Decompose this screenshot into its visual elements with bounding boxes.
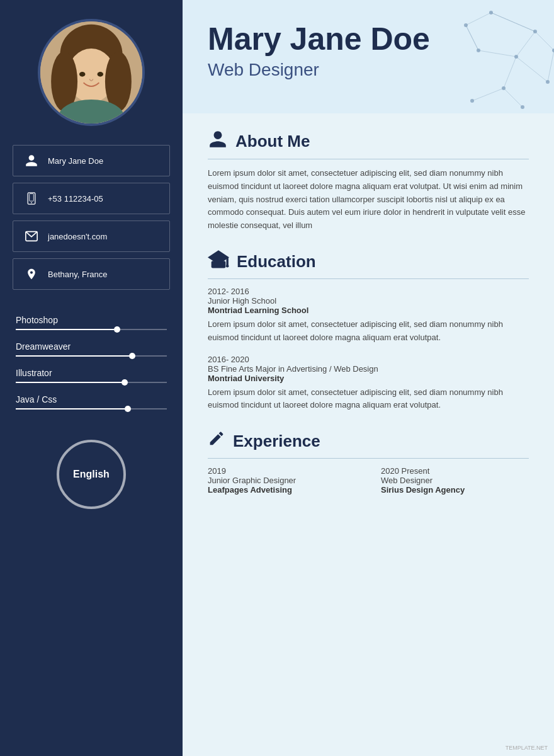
skill-photoshop: Photoshop [16,315,167,330]
about-icon [208,129,228,154]
svg-rect-36 [212,261,226,268]
content-body: About Me Lorem ipsum dolor sit amet, con… [183,113,554,756]
language-section: English [57,440,126,509]
edu2-years: 2016- 2020 [208,355,529,364]
phone-icon [23,190,40,207]
edu1-desc: Lorem ipsum dolor sit amet, consectetuer… [208,318,529,345]
experience-items: 2019 Junior Graphic Designer Leafpages A… [208,466,529,495]
edu1-degree: Junior High School [208,296,529,306]
about-title: About Me [235,132,310,151]
candidate-name: Mary Jane Doe [208,22,529,57]
experience-item-1: 2019 Junior Graphic Designer Leafpages A… [208,466,356,495]
avatar-image [40,21,142,123]
edu1-school: Montriad Learning School [208,306,529,315]
svg-line-29 [472,88,504,101]
skill-illustrator-label: Illustrator [16,368,167,378]
svg-rect-9 [30,194,34,202]
person-icon [23,152,40,169]
skill-dreamweaver-bar [16,355,167,357]
email-icon [23,227,40,245]
contact-phone-text: +53 112234-05 [48,194,103,203]
svg-point-38 [226,265,229,268]
exp2-company: Sirius Design Agency [381,485,529,495]
education-title: Education [237,252,316,272]
skill-dreamweaver-fill [16,355,129,357]
contact-location: Bethany, France [13,258,170,290]
skill-photoshop-fill [16,329,114,330]
sidebar: Mary Jane Doe +53 112234-05 janedoesn't.… [0,0,183,756]
skill-illustrator-fill [16,382,122,383]
skills-section: Photoshop Dreamweaver Illustrator Java /… [0,315,183,421]
location-icon [23,265,40,283]
language-circle: English [57,440,126,509]
education-item-1: 2012- 2016 Junior High School Montriad L… [208,287,529,345]
exp1-year: 2019 [208,466,356,476]
experience-header: Experience [208,430,529,459]
education-icon [208,250,229,273]
skill-dreamweaver-label: Dreamweaver [16,341,167,352]
exp2-role: Web Designer [381,476,529,485]
edu2-school: Montriad University [208,374,529,383]
skill-photoshop-label: Photoshop [16,315,167,325]
svg-line-31 [535,32,554,50]
network-decoration [365,0,554,113]
skill-illustrator-dot [122,379,128,386]
about-section: About Me Lorem ipsum dolor sit amet, con… [208,129,529,232]
avatar [38,19,145,126]
svg-line-32 [548,50,554,82]
candidate-title: Web Designer [208,60,529,80]
header: Mary Jane Doe Web Designer [183,0,554,113]
skill-java-css-dot [125,406,131,412]
education-section: Education 2012- 2016 Junior High School … [208,250,529,412]
contact-section: Mary Jane Doe +53 112234-05 janedoesn't.… [0,145,183,296]
main-content: Mary Jane Doe Web Designer [183,0,554,756]
watermark: TEMPLATE.NET [506,745,548,751]
edu1-years: 2012- 2016 [208,287,529,296]
contact-email-text: janedoesn't.com [48,232,107,241]
experience-title: Experience [233,432,320,451]
skill-photoshop-bar [16,329,167,330]
skill-java-css-label: Java / Css [16,394,167,404]
skill-dreamweaver: Dreamweaver [16,341,167,357]
contact-email: janedoesn't.com [13,220,170,252]
skill-java-css-bar [16,408,167,410]
skill-java-css: Java / Css [16,394,167,410]
contact-phone: +53 112234-05 [13,183,170,214]
experience-item-2: 2020 Present Web Designer Sirius Design … [381,466,529,495]
svg-point-7 [98,72,104,77]
about-body: Lorem ipsum dolor sit amet, consectetuer… [208,167,529,232]
skill-dreamweaver-dot [129,353,135,359]
skill-java-css-fill [16,408,125,410]
contact-name-text: Mary Jane Doe [48,156,103,166]
exp1-company: Leafpages Advetising [208,485,356,495]
about-header: About Me [208,129,529,159]
education-header: Education [208,250,529,279]
edu2-desc: Lorem ipsum dolor sit amet, consectetuer… [208,386,529,413]
exp2-year: 2020 Present [381,466,529,476]
svg-line-30 [504,88,523,107]
svg-point-6 [79,72,86,77]
contact-name: Mary Jane Doe [13,145,170,176]
skill-illustrator: Illustrator [16,368,167,383]
contact-location-text: Bethany, France [48,270,107,279]
experience-icon [208,430,225,453]
edu2-degree: BS Fine Arts Major in Advertising / Web … [208,364,529,374]
skill-illustrator-bar [16,382,167,383]
svg-point-10 [31,202,32,203]
experience-section: Experience 2019 Junior Graphic Designer … [208,430,529,495]
language-label: English [73,469,110,480]
exp1-role: Junior Graphic Designer [208,476,356,485]
education-item-2: 2016- 2020 BS Fine Arts Major in Adverti… [208,355,529,413]
skill-photoshop-dot [114,326,120,333]
